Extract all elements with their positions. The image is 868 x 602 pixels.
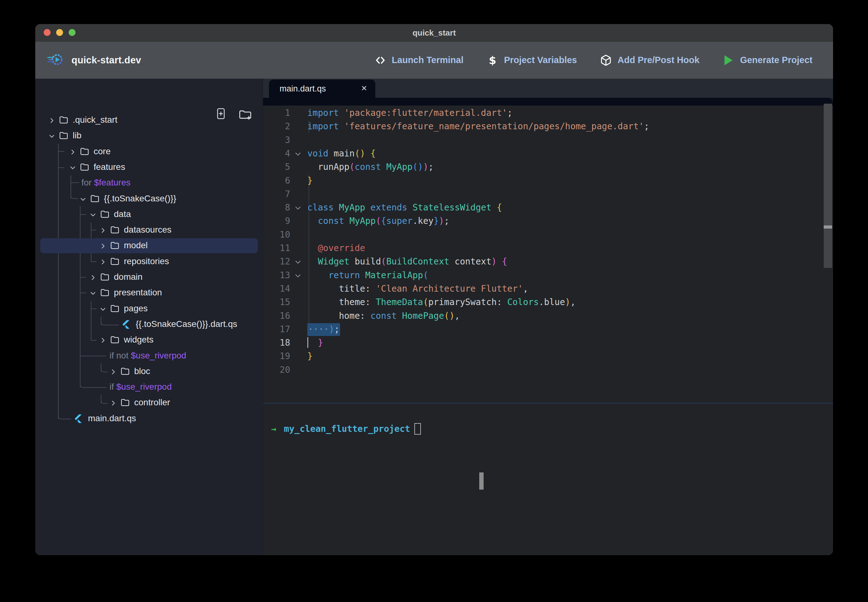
tree-item-label: model xyxy=(124,240,148,250)
tree-item-label: controller xyxy=(134,398,170,407)
chevron-down-icon[interactable] xyxy=(69,164,76,171)
tree-item-core[interactable]: core xyxy=(35,144,263,160)
tree-item-datasources[interactable]: datasources xyxy=(35,222,263,238)
package-icon xyxy=(600,54,612,66)
tree-item-bloc[interactable]: bloc xyxy=(35,364,263,379)
code-line-13[interactable]: 13 return MaterialApp( xyxy=(263,269,833,282)
code-line-15[interactable]: 15 theme: ThemeData(primarySwatch: Color… xyxy=(263,295,833,309)
terminal-cursor xyxy=(414,423,421,435)
code-line-19[interactable]: 19} xyxy=(263,349,833,363)
code-text: return MaterialApp( xyxy=(307,269,429,282)
code-line-14[interactable]: 14 title: 'Clean Architecture Flutter', xyxy=(263,282,833,296)
line-number: 5 xyxy=(263,160,290,174)
chevron-right-icon[interactable] xyxy=(110,369,117,375)
tree-item-quick-start[interactable]: .quick_start xyxy=(35,112,263,128)
chevron-right-icon[interactable] xyxy=(100,258,106,266)
code-line-11[interactable]: 11 @override xyxy=(263,241,833,255)
tree-item-data[interactable]: data xyxy=(35,207,263,222)
code-line-17[interactable]: 17····); xyxy=(263,322,833,336)
code-line-8[interactable]: 8class MyApp extends StatelessWidget { xyxy=(263,201,833,215)
tree-item-main-dart-qs[interactable]: main.dart.qs xyxy=(35,411,263,427)
code-line-1[interactable]: 1import 'package:flutter/material.dart'; xyxy=(263,106,833,120)
text-cursor xyxy=(307,337,308,348)
selection-highlight: ····); xyxy=(307,323,340,336)
tree-item-condition[interactable]: if $use_riverpod xyxy=(35,379,263,395)
folder-icon xyxy=(110,257,119,267)
tree-item-domain[interactable]: domain xyxy=(35,269,263,285)
code-line-4[interactable]: 4void main() { xyxy=(263,147,833,160)
code-line-5[interactable]: 5 runApp(const MyApp()); xyxy=(263,160,833,174)
code-line-12[interactable]: 12 Widget build(BuildContext context) { xyxy=(263,255,833,269)
code-line-18[interactable]: 18 } xyxy=(263,336,833,350)
folder-icon xyxy=(80,163,89,173)
code-line-3[interactable]: 3 xyxy=(263,133,833,147)
tree-item-label: datasources xyxy=(124,225,171,235)
chevron-right-icon[interactable] xyxy=(100,227,106,234)
tree-item-tosnakecase[interactable]: {{.toSnakeCase()}} xyxy=(35,191,263,207)
code-editor[interactable]: 1import 'package:flutter/material.dart';… xyxy=(263,106,833,403)
generate-project-button[interactable]: Generate Project xyxy=(723,54,813,66)
chevron-down-icon[interactable] xyxy=(100,306,106,313)
scrollbar-thumb[interactable] xyxy=(824,104,832,226)
folder-icon xyxy=(59,131,68,141)
fold-chevron-icon[interactable] xyxy=(294,269,302,282)
chevron-right-icon[interactable] xyxy=(100,337,106,344)
code-text: } xyxy=(307,174,312,188)
code-line-16[interactable]: 16 home: const HomePage(), xyxy=(263,309,833,323)
folder-icon xyxy=(110,241,119,251)
tree-item-condition[interactable]: for $features xyxy=(35,175,263,191)
tree-item-repositories[interactable]: repositories xyxy=(35,254,263,269)
launch-terminal-button[interactable]: Launch Terminal xyxy=(374,54,464,66)
line-number: 14 xyxy=(263,282,290,296)
tree-condition-label: if $use_riverpod xyxy=(110,382,171,392)
tree-item-tosnakecase-dart-qs[interactable]: {{.toSnakeCase()}}.dart.qs xyxy=(35,316,263,332)
code-text: } xyxy=(307,336,323,350)
code-line-7[interactable]: 7 xyxy=(263,187,833,201)
tree-item-label: {{.toSnakeCase()}}.dart.qs xyxy=(136,319,237,329)
chevron-down-icon[interactable] xyxy=(48,133,55,140)
line-number: 4 xyxy=(263,147,290,160)
tree-item-widgets[interactable]: widgets xyxy=(35,332,263,348)
tab-close-icon[interactable]: ✕ xyxy=(361,84,367,93)
terminal-panel[interactable]: → my_clean_flutter_project xyxy=(263,404,833,555)
add-pre-post-hook-button[interactable]: Add Pre/Post Hook xyxy=(600,54,700,66)
tree-item-controller[interactable]: controller xyxy=(35,395,263,411)
tree-item-features[interactable]: features xyxy=(35,160,263,175)
chevron-down-icon[interactable] xyxy=(90,290,96,296)
project-variables-button[interactable]: $ Project Variables xyxy=(487,54,577,66)
tree-item-label: lib xyxy=(73,131,81,141)
line-number: 12 xyxy=(263,255,290,269)
code-line-2[interactable]: 2import 'features/feature_name/presentat… xyxy=(263,120,833,133)
chevron-right-icon[interactable] xyxy=(90,274,96,281)
code-line-6[interactable]: 6} xyxy=(263,174,833,188)
line-number: 13 xyxy=(263,269,290,282)
code-line-20[interactable]: 20 xyxy=(263,363,833,377)
terminal-block-artifact xyxy=(479,472,484,490)
tab-main-dart-qs[interactable]: main.dart.qs ✕ xyxy=(269,80,375,98)
tree-item-condition[interactable]: if not $use_riverpod xyxy=(35,348,263,364)
tab-label: main.dart.qs xyxy=(280,84,326,94)
tree-item-lib[interactable]: lib xyxy=(35,128,263,144)
code-line-10[interactable]: 10 xyxy=(263,228,833,242)
app-logo-icon xyxy=(46,50,65,71)
tree-item-label: widgets xyxy=(124,335,153,345)
fold-chevron-icon[interactable] xyxy=(294,147,302,160)
chevron-right-icon[interactable] xyxy=(100,243,106,249)
fold-chevron-icon[interactable] xyxy=(294,255,302,269)
chevron-right-icon[interactable] xyxy=(48,117,55,124)
tree-item-model[interactable]: model xyxy=(35,238,263,253)
tree-item-pages[interactable]: pages xyxy=(35,301,263,316)
chevron-down-icon[interactable] xyxy=(90,211,96,218)
code-text: void main() { xyxy=(307,147,376,160)
chevron-right-icon[interactable] xyxy=(110,400,117,407)
line-number: 17 xyxy=(263,322,290,336)
tree-item-label: core xyxy=(93,146,110,157)
prompt-arrow-icon: → xyxy=(271,424,276,434)
chevron-down-icon[interactable] xyxy=(80,196,86,203)
chevron-right-icon[interactable] xyxy=(69,149,76,155)
scrollbar-thumb-lower[interactable] xyxy=(824,229,832,268)
line-number: 19 xyxy=(263,349,290,363)
code-line-9[interactable]: 9 const MyApp({super.key}); xyxy=(263,214,833,228)
fold-chevron-icon[interactable] xyxy=(294,201,302,215)
tree-item-presentation[interactable]: presentation xyxy=(35,285,263,301)
